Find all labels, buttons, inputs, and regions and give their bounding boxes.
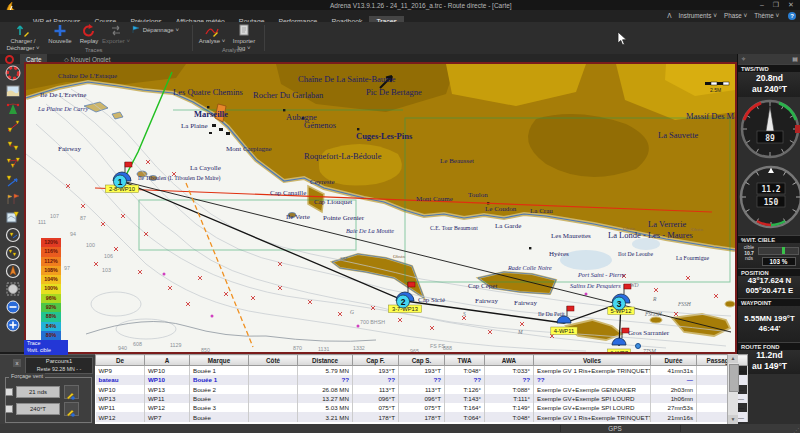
- resize-grip[interactable]: ⋰: [793, 426, 799, 433]
- scroll-down-icon[interactable]: ▼: [728, 415, 738, 424]
- tws-twd-header[interactable]: TWS/TWD: [738, 64, 800, 72]
- charger-decharger-button[interactable]: Charger / Décharger ˅: [4, 24, 42, 51]
- analyse-button[interactable]: Analyse ˅: [198, 24, 226, 45]
- map-place-label: La Plaine: [181, 122, 208, 130]
- route-cell: —: [697, 394, 748, 403]
- column-header-cap-f-[interactable]: Cap F.: [353, 355, 399, 366]
- column-header-marque[interactable]: Marque: [190, 355, 249, 366]
- column-header-de[interactable]: De: [96, 355, 145, 366]
- ribbon-separator: [264, 25, 265, 51]
- map-place-label: Fairway: [514, 299, 537, 307]
- chart-home-icon[interactable]: [5, 55, 14, 64]
- minimize-button[interactable]: –: [756, 1, 768, 9]
- instruments-gear-icon[interactable]: ✧: [741, 56, 746, 62]
- column-header-awa[interactable]: AWA: [485, 355, 534, 366]
- replay-button[interactable]: Replay: [76, 24, 102, 45]
- map-place-label: La Plaine De Carry: [38, 105, 88, 112]
- analyse-label: Analyse: [199, 38, 220, 44]
- column-header-twa[interactable]: TWA: [445, 355, 485, 366]
- column-header-distance[interactable]: Distance: [298, 355, 353, 366]
- route-table-row[interactable]: WP12WP7Bouée3.21 MN178°T178°TT:064°T:048…: [96, 412, 748, 421]
- route-table-row[interactable]: WP10WP13Bouée 226.08 MN113°T113°TT:126°T…: [96, 385, 748, 394]
- map-place-label: Obstn: [623, 226, 635, 231]
- trace-legend-chip: Trace %vit. cible: [24, 340, 68, 355]
- route-fond-header[interactable]: ROUTE FOND: [738, 342, 800, 350]
- mob-lifebuoy-icon[interactable]: [3, 65, 23, 82]
- route-cell: Exemple GV 1 Ris+Exemple TRINQUETTE: [534, 412, 651, 421]
- svg-text:11.2: 11.2: [761, 185, 780, 194]
- map-place-label: Roquefort-La-Bédoule: [304, 151, 381, 161]
- maximize-button[interactable]: ❐: [770, 1, 782, 9]
- map-place-label: Ile Tiboulen (I. Tiboulen De Maïre): [138, 175, 220, 181]
- speed-legend: 120%116%112%108%104%100%96%92%88%84%80%: [41, 238, 61, 340]
- map-labels-layer: Chaîne De La Sainte-BaumePic De Bertagne…: [26, 64, 735, 352]
- chart-icon[interactable]: [3, 83, 23, 100]
- ribbon-separator: [192, 25, 193, 51]
- instruments-header: ✧ ▤: [738, 54, 800, 64]
- map-place-label: Ile Du Petit: [538, 311, 565, 317]
- waypoint-line-icon[interactable]: [3, 119, 23, 136]
- route-cell: 193°T: [399, 366, 445, 376]
- waypoint-arrow-icon[interactable]: [3, 173, 23, 190]
- column-header-c-t-[interactable]: Côté: [249, 355, 298, 366]
- forcage-vent-group: [5, 377, 92, 423]
- route-cell: [249, 403, 298, 412]
- vit-cible-header[interactable]: %VIT. CIBLE: [738, 235, 800, 243]
- legend-band: 112%: [41, 257, 61, 266]
- position-header[interactable]: POSITION: [738, 268, 800, 276]
- wind-speed-edit-button[interactable]: [64, 385, 79, 399]
- column-header-voiles[interactable]: Voiles: [534, 355, 651, 366]
- wind-speed-checkbox[interactable]: [5, 388, 13, 396]
- waypoint-route-icon[interactable]: [3, 155, 23, 172]
- circle-waypoints-icon[interactable]: [3, 245, 23, 262]
- scroll-up-icon[interactable]: ▲: [728, 354, 738, 363]
- scrollbar-thumb[interactable]: [729, 364, 739, 392]
- table-scrollbar[interactable]: ▲ ▼: [727, 354, 738, 424]
- nouvelle-button[interactable]: Nouvelle: [46, 24, 74, 45]
- wind-dir-edit-button[interactable]: [64, 402, 79, 416]
- column-header-a[interactable]: A: [145, 355, 190, 366]
- wind-dir-checkbox[interactable]: [5, 405, 13, 413]
- marks-flags-icon[interactable]: [3, 191, 23, 208]
- depannage-button[interactable]: Dépannage ˅: [132, 25, 184, 34]
- map-place-label: Obstn: [691, 227, 703, 232]
- ribbon-collapse-icon[interactable]: ᐱ: [667, 12, 671, 19]
- column-header-dur-e[interactable]: Durée: [651, 355, 697, 366]
- route-table-row[interactable]: bateauWP10Bouée 1????????????—: [96, 375, 748, 384]
- route-table-row[interactable]: WP11WP12Bouée 35.03 MN075°T075°TT:164°T:…: [96, 403, 748, 412]
- route-cell: WP10: [145, 375, 190, 384]
- route-cell: [249, 412, 298, 421]
- zoom-area-icon[interactable]: [3, 281, 23, 298]
- route-cell: ??: [534, 375, 651, 384]
- route-table-row[interactable]: WP13WP11Bouée13.27 MN096°T096°TT:143°T:1…: [96, 394, 748, 403]
- circle-waypoint-icon[interactable]: [3, 227, 23, 244]
- menu-thème[interactable]: Thème ˅: [754, 12, 779, 19]
- wind-speed-field[interactable]: 21 nds: [16, 386, 60, 398]
- circle-compass-icon[interactable]: [3, 263, 23, 280]
- column-header-passage-[interactable]: Passage à: [697, 355, 748, 366]
- waypoint-pair-icon[interactable]: [3, 137, 23, 154]
- close-button[interactable]: ✕: [785, 1, 797, 9]
- waypoint-header[interactable]: WAYPOINT: [738, 298, 800, 306]
- boat-track-icon[interactable]: [3, 101, 23, 118]
- route-cell: ??: [353, 375, 399, 384]
- map-pin-icon[interactable]: [3, 209, 23, 226]
- zoom-in-icon[interactable]: [3, 317, 23, 334]
- legend-band: 96%: [41, 294, 61, 303]
- route-table-row[interactable]: WP9WP10Bouée 15.79 MN193°T193°TT:048°T:0…: [96, 366, 748, 376]
- route-cell: Bouée 2: [190, 385, 249, 394]
- map-place-label: Massif Des Maures: [686, 111, 735, 121]
- instruments-menu-icon[interactable]: ▤: [792, 55, 798, 62]
- map-place-label: Pic De Bertagne: [366, 87, 422, 97]
- map-place-label: La Verrerie: [648, 219, 686, 229]
- menu-instruments[interactable]: Instruments ˅: [679, 12, 717, 19]
- parcours-close-button[interactable]: x: [13, 359, 21, 367]
- help-icon[interactable]: ?: [788, 12, 796, 20]
- map-place-label: Cap Sicié: [418, 296, 445, 304]
- column-header-cap-s-[interactable]: Cap S.: [399, 355, 445, 366]
- zoom-out-icon[interactable]: [3, 299, 23, 316]
- nautical-chart[interactable]: 2-8-WP1013-7-WP1325-WP1234-WP116-WP7 Cha…: [26, 64, 735, 352]
- caret-down-icon: ˅: [222, 38, 226, 44]
- menu-phase[interactable]: Phase ˅: [724, 12, 747, 19]
- wind-dir-field[interactable]: 240°T: [16, 403, 60, 415]
